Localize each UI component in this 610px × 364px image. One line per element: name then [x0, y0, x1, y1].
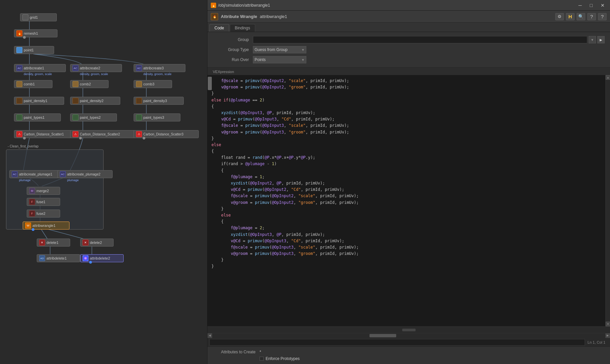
node-remesh1[interactable]: 🔥 remesh1 [14, 29, 57, 37]
title-icon: 🔥 [211, 3, 216, 8]
node-graph-panel[interactable]: grid1 🔥 remesh1 point1 AC attribcreate1 … [0, 0, 207, 364]
group-dropdown-arrow[interactable]: ▼ [589, 36, 596, 43]
scroll-left-btn[interactable]: ◀ [207, 333, 212, 338]
group-label: Group [213, 37, 253, 42]
run-over-param-row: Run Over Points ▼ [207, 55, 610, 65]
bottom-bar: Attributes to Create * Enforce Prototype… [207, 346, 610, 364]
group-type-param-row: Group Type Guess from Group ▼ [207, 45, 610, 55]
aw-header-label: Attribute Wrangle [221, 14, 257, 19]
node-comb1[interactable]: comb1 [14, 80, 52, 88]
expand-handle[interactable] [402, 329, 416, 331]
node-comb2[interactable]: comb2 [70, 80, 109, 88]
node-attribcreate2[interactable]: AC attribcreate2 density, groom, scale [70, 64, 122, 72]
help-h-button[interactable]: H [566, 13, 575, 20]
run-over-dropdown[interactable]: Points ▼ [253, 56, 306, 63]
aw-node-icon: 🔥 [211, 13, 218, 20]
scroll-down-btn[interactable]: ▼ [606, 322, 610, 326]
help-button[interactable]: ? [598, 13, 607, 20]
node-paint-density1[interactable]: paint_density1 [14, 97, 64, 105]
group-input[interactable] [253, 36, 587, 43]
cursor-position: Ln 1, Col 1 [585, 340, 608, 344]
node-attribdelete2[interactable]: attribdelete2 [80, 254, 124, 262]
node-paint-density2[interactable]: paint_density2 [70, 97, 120, 105]
node-attribcreate-plumage1[interactable]: AC attribcreate_plumage1 plumage [9, 170, 64, 178]
enforce-row: Enforce Prototypes [213, 355, 605, 362]
vex-code[interactable]: f@scale = primuv(@OpInput2, "scale", pri… [211, 78, 601, 270]
group-action-btn[interactable]: ▶ [597, 36, 605, 43]
tab-bar: Code Bindings [207, 23, 610, 32]
node-paint-types3[interactable]: paint_types3 [134, 113, 180, 121]
aw-node-name: attribwrangle1 [260, 14, 287, 19]
aw-header: 🔥 Attribute Wrangle attribwrangle1 ⚙ H 🔍… [207, 11, 610, 23]
tab-code[interactable]: Code [209, 24, 229, 32]
vex-editor[interactable]: f@scale = primuv(@OpInput2, "scale", pri… [207, 75, 605, 326]
horiz-scroll-thumb[interactable] [369, 334, 396, 337]
node-paint-density3[interactable]: paint_density3 [134, 97, 184, 105]
settings-button[interactable]: ⚙ [555, 13, 564, 20]
run-over-label: Run Over [213, 57, 253, 62]
horiz-scroll-track[interactable] [212, 333, 605, 338]
node-scatter3[interactable]: ⚠ Carbon_Distance_Scatter3 [134, 130, 199, 138]
node-fuse2[interactable]: F fuse2 [27, 210, 60, 218]
status-input[interactable] [209, 339, 585, 346]
node-grid1[interactable]: grid1 [20, 13, 57, 21]
node-paint-types2[interactable]: paint_types2 [70, 113, 117, 121]
node-fuse1[interactable]: F fuse1 [27, 198, 60, 206]
node-attribcreate-plumage2[interactable]: AC attribcreate_plumage2 plumage [57, 170, 113, 178]
attrs-create-row: Attributes to Create * [213, 349, 605, 355]
group-param-row: Group ▼ ▶ [207, 35, 610, 45]
horizontal-scrollbar[interactable]: ◀ ▶ [207, 333, 610, 338]
node-point1[interactable]: point1 [14, 46, 54, 54]
enforce-label: Enforce Prototypes [266, 356, 300, 361]
scroll-right-btn[interactable]: ▶ [605, 333, 610, 338]
node-attribcreate1[interactable]: AC attribcreate1 density, groom, scale [14, 64, 66, 72]
params-section: Group ▼ ▶ Group Type Guess from Group ▼ [207, 32, 610, 68]
maximize-button[interactable]: □ [588, 2, 595, 9]
node-attribdelete1[interactable]: AD attribdelete1 [37, 254, 80, 262]
vertical-scrollbar[interactable]: ▲ ▼ [605, 75, 610, 326]
attrs-create-label: Attributes to Create [213, 350, 260, 354]
expand-bar [207, 326, 610, 333]
node-paint-types1[interactable]: paint_types1 [14, 113, 61, 121]
node-attribwrangle1-sub[interactable]: W attribwrangle1 [23, 222, 69, 230]
enforce-checkbox[interactable] [260, 357, 264, 361]
node-delete2[interactable]: ✕ delete2 [80, 239, 114, 247]
vex-area: f@scale = primuv(@OpInput2, "scale", pri… [207, 75, 610, 326]
node-scatter1[interactable]: ⚠ Carbon_Distance_Scatter1 [14, 130, 79, 138]
group-type-dropdown[interactable]: Guess from Group ▼ [253, 46, 306, 53]
minimize-button[interactable]: ─ [577, 2, 584, 9]
tab-bindings[interactable]: Bindings [230, 24, 255, 32]
node-scatter2[interactable]: ⚠ Carbon_Distance_Scatter2 [70, 130, 135, 138]
attrs-create-value: * [260, 350, 261, 354]
vex-label: VEXpression [207, 68, 610, 75]
close-button[interactable]: ✕ [599, 2, 607, 9]
scroll-up-btn[interactable]: ▲ [606, 75, 610, 80]
title-bar: 🔥 /obj/simulation/attribwrangle1 ─ □ ✕ [207, 0, 610, 11]
scroll-thumb[interactable] [208, 77, 212, 90]
search-button[interactable]: 🔍 [577, 13, 585, 20]
attribute-wrangle-panel: 🔥 /obj/simulation/attribwrangle1 ─ □ ✕ 🔥… [207, 0, 610, 364]
info-button[interactable]: ? [587, 13, 596, 20]
scroll-track[interactable] [606, 80, 610, 322]
node-merge2[interactable]: M merge2 [27, 187, 60, 195]
node-comb3[interactable]: comb3 [134, 80, 172, 88]
node-delete1[interactable]: ✕ delete1 [37, 239, 70, 247]
node-attribcreate3[interactable]: AC attribcreate3 density, groom, scale [134, 64, 185, 72]
window-title: /obj/simulation/attribwrangle1 [218, 3, 270, 8]
status-bar: Ln 1, Col 1 [207, 338, 610, 346]
group-type-label: Group Type [213, 47, 253, 52]
